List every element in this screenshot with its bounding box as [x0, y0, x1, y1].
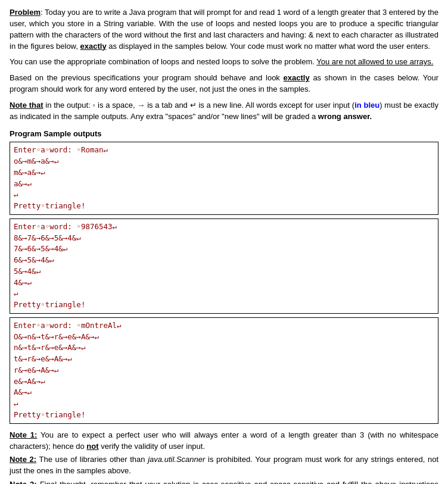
- note3-text: Final thought, remember that your soluti…: [10, 480, 438, 484]
- problem-section: Problem: Today you are to write a Java p…: [10, 7, 438, 123]
- sample2-line1: Enter◦a◦word: ◦9876543↵: [14, 221, 434, 233]
- note2-label: Note 2:: [10, 455, 36, 464]
- sample1-line1: Enter◦a◦word: ◦Roman↵: [14, 145, 434, 156]
- sample3-line5: r&→e&→A&→↵: [14, 365, 434, 376]
- sample3-line7: A&→↵: [14, 387, 434, 398]
- note1: Note 1: You are to expect a perfect user…: [10, 430, 438, 452]
- note2-pre: The use of libraries other than: [36, 455, 148, 464]
- exactly-label: exactly: [80, 42, 107, 51]
- problem-text2: as displayed in the samples below. Your …: [107, 42, 430, 51]
- note2: Note 2: The use of libraries other than …: [10, 454, 438, 477]
- sample3-line8: ↵: [14, 398, 434, 410]
- sample2-line2: 8&→7&→6&→5&→4&↵: [14, 233, 434, 244]
- sample-box-3: Enter◦a◦word: ◦mOntreAl↵ O&→n&→t&→r&→e&→…: [10, 317, 438, 424]
- note3-label: Note 3:: [10, 480, 37, 484]
- sample3-line6: e&→A&→↵: [14, 376, 434, 388]
- program-sample-title: Program Sample outputs: [10, 129, 438, 140]
- problem-label: Problem: [10, 8, 41, 17]
- sample-box-2: Enter◦a◦word: ◦9876543↵ 8&→7&→6&→5&→4&↵ …: [10, 218, 438, 314]
- sample1-line4: a&→↵: [14, 179, 434, 190]
- sample2-line8: Pretty◦triangle!: [14, 299, 434, 311]
- note3: Note 3: Final thought, remember that you…: [10, 479, 438, 484]
- para1: You can use the appropriate combination …: [10, 57, 438, 68]
- note-header-label: Note that: [10, 101, 43, 110]
- program-sample-title-text: Program Sample outputs: [10, 129, 102, 138]
- problem-paragraph: Problem: Today you are to write a Java p…: [10, 7, 438, 52]
- sample2-line6: 4&→↵: [14, 277, 434, 289]
- para1-text: You can use the appropriate combination …: [10, 57, 316, 66]
- para2-exactly: exactly: [284, 73, 310, 82]
- sample2-line7: ↵: [14, 288, 434, 299]
- note1-label: Note 1:: [10, 430, 37, 439]
- notes-section: Note 1: You are to expect a perfect user…: [10, 430, 438, 484]
- sample3-line3: n&→t&→r&→e&→A&→↵: [14, 342, 434, 354]
- sample2-line4: 6&→5&→4&↵: [14, 255, 434, 266]
- sample2-line3: 7&→6&→5&→4&↵: [14, 243, 434, 255]
- note-bleu: in bleu: [354, 101, 379, 110]
- para2: Based on the previous specifications you…: [10, 73, 438, 95]
- sample3-line4: t&→r&→e&→A&→↵: [14, 354, 434, 365]
- sample2-line5: 5&→4&↵: [14, 266, 434, 277]
- sample1-line5: ↵: [14, 189, 434, 201]
- note2-italic: java.util.Scanner: [148, 455, 205, 464]
- sample3-line2: O&→n&→t&→r&→e&→A&→↵: [14, 332, 434, 343]
- note1-text: You are to expect a perfect user who wil…: [10, 430, 438, 451]
- sample3-line1: Enter◦a◦word: ◦mOntreAl↵: [14, 320, 434, 332]
- para1-underline: You are not allowed to use arrays.: [316, 57, 433, 66]
- note1-not: not: [86, 442, 98, 451]
- sample1-line3: m&→a&→↵: [14, 167, 434, 179]
- sample1-line2: o&→m&→a&→↵: [14, 156, 434, 167]
- note-header: Note that in the output: ◦ is a space, →…: [10, 100, 438, 123]
- note-wrong: wrong answer.: [318, 112, 372, 121]
- sample3-line9: Pretty◦triangle!: [14, 410, 434, 421]
- sample1-line6: Pretty◦triangle!: [14, 201, 434, 212]
- note-header-text: in the output: ◦ is a space, → is a tab …: [43, 101, 355, 110]
- sample-box-1: Enter◦a◦word: ◦Roman↵ o&→m&→a&→↵ m&→a&→↵…: [10, 142, 438, 215]
- para2-pre: Based on the previous specifications you…: [10, 73, 284, 82]
- note1-text2: verify the validity of user input.: [99, 442, 205, 451]
- samples-container: Enter◦a◦word: ◦Roman↵ o&→m&→a&→↵ m&→a&→↵…: [10, 142, 438, 423]
